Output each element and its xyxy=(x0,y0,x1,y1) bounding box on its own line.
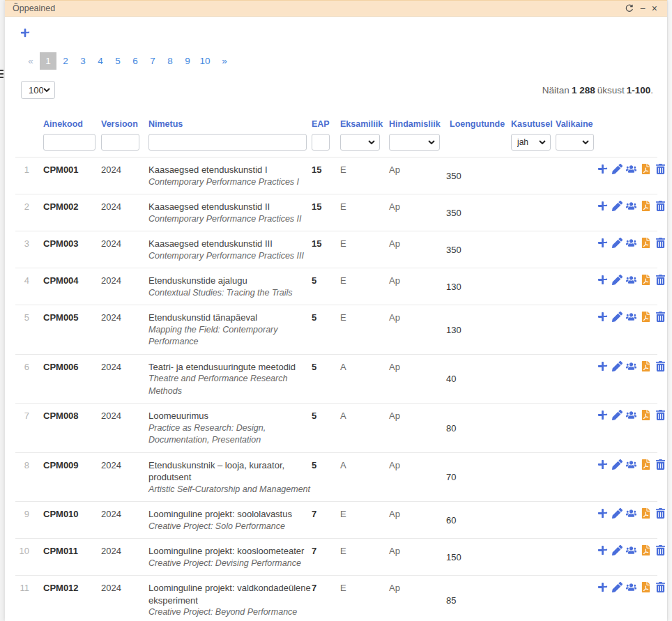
page-size-select[interactable]: 100 xyxy=(21,81,55,99)
edit-icon[interactable] xyxy=(612,361,623,371)
delete-icon[interactable] xyxy=(655,410,666,420)
header-eksamiliik[interactable]: Eksamiliik xyxy=(340,119,389,129)
course-code: CPM005 xyxy=(43,312,101,324)
add-icon[interactable] xyxy=(597,361,608,371)
delete-icon[interactable] xyxy=(655,238,666,248)
table-row: 3 CPM003 2024 Kaasaegsed etenduskunstid … xyxy=(15,231,657,268)
header-eap[interactable]: EAP xyxy=(312,119,340,129)
header-valikaine[interactable]: Valikaine xyxy=(556,119,596,129)
pdf-icon[interactable] xyxy=(641,164,651,174)
pagination-prev[interactable]: « xyxy=(24,52,37,70)
filter-eksamiliik-select[interactable] xyxy=(340,134,380,151)
table-header-row: Ainekood Versioon Nimetus EAP Eksamiliik… xyxy=(15,114,657,129)
users-icon[interactable] xyxy=(626,508,636,519)
header-kasutusel[interactable]: Kasutusel xyxy=(511,119,556,129)
users-icon[interactable] xyxy=(626,361,636,371)
users-icon[interactable] xyxy=(626,238,636,248)
page-link-9[interactable]: 9 xyxy=(179,52,196,70)
edit-icon[interactable] xyxy=(612,459,623,470)
delete-icon[interactable] xyxy=(655,201,666,211)
pdf-icon[interactable] xyxy=(641,508,651,519)
edit-icon[interactable] xyxy=(612,164,623,174)
summary-mid: üksust xyxy=(597,85,625,95)
pdf-icon[interactable] xyxy=(641,238,651,248)
pdf-icon[interactable] xyxy=(641,312,651,322)
edit-icon[interactable] xyxy=(612,201,623,211)
page-link-4[interactable]: 4 xyxy=(92,52,109,70)
edit-icon[interactable] xyxy=(612,582,623,592)
header-ainekood[interactable]: Ainekood xyxy=(43,119,101,129)
page-link-8[interactable]: 8 xyxy=(162,52,178,70)
edit-icon[interactable] xyxy=(612,238,623,248)
delete-icon[interactable] xyxy=(655,164,666,174)
delete-icon[interactable] xyxy=(655,312,666,322)
add-icon[interactable] xyxy=(597,238,608,248)
pagination-next[interactable]: » xyxy=(218,52,231,70)
delete-icon[interactable] xyxy=(655,459,666,470)
edit-icon[interactable] xyxy=(612,275,623,285)
pdf-icon[interactable] xyxy=(641,410,651,420)
filter-nimetus-input[interactable] xyxy=(148,134,307,151)
filter-eap-input[interactable] xyxy=(312,134,330,151)
delete-icon[interactable] xyxy=(655,361,666,371)
add-icon[interactable] xyxy=(597,459,608,470)
header-nimetus[interactable]: Nimetus xyxy=(148,119,312,129)
add-icon[interactable] xyxy=(597,410,608,420)
course-grading-type: Ap xyxy=(389,582,450,595)
page-link-10[interactable]: 10 xyxy=(197,52,213,70)
delete-icon[interactable] xyxy=(655,275,666,285)
pdf-icon[interactable] xyxy=(641,545,651,555)
header-versioon[interactable]: Versioon xyxy=(101,119,148,129)
edit-icon[interactable] xyxy=(612,508,623,519)
edit-icon[interactable] xyxy=(612,545,623,555)
users-icon[interactable] xyxy=(626,164,636,174)
add-icon[interactable] xyxy=(597,164,608,174)
page-link-7[interactable]: 7 xyxy=(144,52,161,70)
minimize-icon[interactable]: − xyxy=(640,3,646,13)
course-name-en: Creative Project: Beyond Performance xyxy=(148,606,312,619)
pdf-icon[interactable] xyxy=(641,361,651,371)
add-icon[interactable] xyxy=(597,312,608,322)
filter-kasutusel-select[interactable]: jah xyxy=(511,134,551,151)
page-link-6[interactable]: 6 xyxy=(127,52,144,70)
delete-icon[interactable] xyxy=(655,508,666,519)
filter-ainekood-input[interactable] xyxy=(43,134,96,151)
window-title: Õppeained xyxy=(13,3,55,13)
pdf-icon[interactable] xyxy=(641,582,651,592)
add-icon[interactable] xyxy=(597,582,608,592)
add-icon[interactable] xyxy=(597,508,608,519)
users-icon[interactable] xyxy=(626,545,636,555)
page-link-3[interactable]: 3 xyxy=(75,52,91,70)
pdf-icon[interactable] xyxy=(641,201,651,211)
pdf-icon[interactable] xyxy=(641,459,651,470)
delete-icon[interactable] xyxy=(655,582,666,592)
course-name-cell: Loominguline projekt: soololavastus Crea… xyxy=(148,508,312,532)
page-link-1[interactable]: 1 xyxy=(40,52,56,70)
add-icon[interactable] xyxy=(597,201,608,211)
edit-icon[interactable] xyxy=(612,410,623,420)
users-icon[interactable] xyxy=(626,275,636,285)
users-icon[interactable] xyxy=(626,312,636,322)
add-icon[interactable] xyxy=(597,545,608,555)
scrollbar-track[interactable] xyxy=(667,0,672,621)
header-loengutunde[interactable]: Loengutunde xyxy=(450,119,511,129)
page-link-2[interactable]: 2 xyxy=(57,52,74,70)
filter-valikaine-select[interactable] xyxy=(556,134,594,151)
users-icon[interactable] xyxy=(626,582,636,592)
course-name: Etenduskunstide ajalugu xyxy=(148,275,312,287)
delete-icon[interactable] xyxy=(655,545,666,555)
page-link-5[interactable]: 5 xyxy=(109,52,126,70)
users-icon[interactable] xyxy=(626,410,636,420)
refresh-icon[interactable] xyxy=(625,4,634,13)
users-icon[interactable] xyxy=(626,459,636,470)
pdf-icon[interactable] xyxy=(641,275,651,285)
add-course-button[interactable] xyxy=(20,28,30,38)
header-hindamisliik[interactable]: Hindamisliik xyxy=(389,119,450,129)
users-icon[interactable] xyxy=(626,201,636,211)
add-icon[interactable] xyxy=(597,275,608,285)
close-icon[interactable]: × xyxy=(652,3,657,13)
filter-hindamisliik-select[interactable] xyxy=(389,134,440,151)
edit-icon[interactable] xyxy=(612,312,623,322)
filter-versioon-input[interactable] xyxy=(101,134,139,151)
course-grading-type: Ap xyxy=(389,459,450,472)
